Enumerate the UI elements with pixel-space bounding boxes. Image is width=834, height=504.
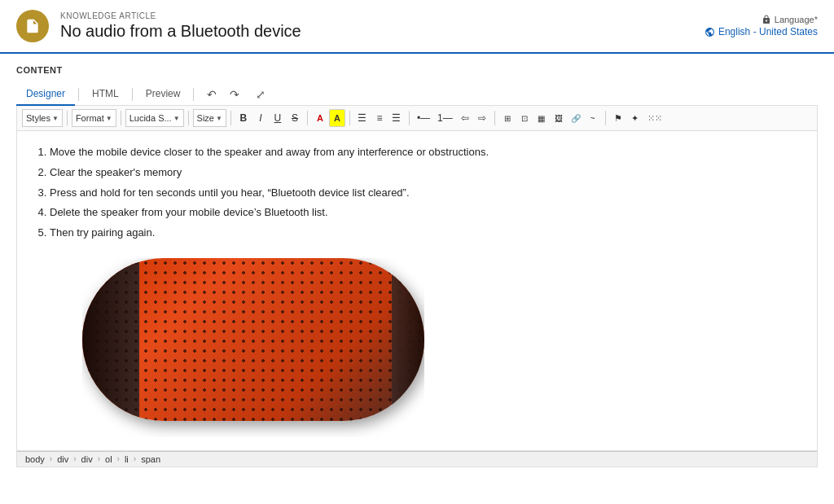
language-label: Language* [762,15,818,24]
insert-grid-button[interactable]: ▦ [533,109,550,127]
insert-group: ⊞ ⊡ ▦ 🖼 🔗 ~ [499,109,601,127]
article-icon [16,10,49,42]
underline-button[interactable]: U [270,109,286,127]
speaker-body [82,258,424,421]
styles-arrow: ▼ [52,115,59,122]
speaker-dots [82,258,424,421]
format-select[interactable]: Format ▼ [72,109,116,127]
insert-table2-button[interactable]: ⊡ [516,109,533,127]
editor-area[interactable]: Move the mobile device closer to the spe… [16,131,818,451]
status-tag-span[interactable]: span [141,454,160,464]
align-group: ☰ ≡ ☰ [354,109,405,127]
status-tag-div1[interactable]: div [57,454,68,464]
content-label: CONTENT [16,65,818,75]
font-arrow: ▼ [173,115,180,122]
color-group: A A [312,109,345,127]
tab-divider-2 [132,88,133,101]
status-bar: body › div › div › ol › li › span [16,451,818,467]
list-item: Press and hold for ten seconds until you… [50,185,801,202]
sep-5 [307,111,308,125]
article-type-label: KNOWLEDGE ARTICLE [60,11,705,20]
insert-link-button[interactable]: 🔗 [568,109,584,127]
italic-button[interactable]: I [252,109,269,127]
strikethrough-button[interactable]: S [287,109,303,127]
ordered-list-button[interactable]: 1— [434,109,456,127]
status-tag-div2[interactable]: div [81,454,93,464]
sep-6 [349,111,350,125]
header-right-panel: Language* English - United States [705,15,818,37]
sep-2 [121,111,121,125]
size-select[interactable]: Size ▼ [193,109,226,127]
bold-button[interactable]: B [235,109,252,127]
tab-preview[interactable]: Preview [136,83,191,106]
tab-designer[interactable]: Designer [16,83,75,106]
sparkle-button[interactable]: ✦ [627,109,643,127]
speaker-right-cap [392,258,424,421]
editor-content: Move the mobile device closer to the spe… [33,144,801,242]
sep-1 [67,111,68,125]
sep-3 [188,111,189,125]
undo-button[interactable]: ↶ [204,86,220,103]
font-select[interactable]: Lucida S... ▼ [125,109,184,127]
page-header: KNOWLEDGE ARTICLE No audio from a Blueto… [0,0,834,54]
size-group: Size ▼ [193,109,226,127]
size-arrow: ▼ [216,115,222,122]
list-group: •— 1— ⇦ ⇨ [414,109,490,127]
sep-4 [230,111,231,125]
insert-image-button[interactable]: 🖼 [551,109,567,127]
language-value[interactable]: English - United States [705,26,818,37]
font-group: Lucida S... ▼ [125,109,184,127]
outdent-button[interactable]: ⇦ [457,109,473,127]
insert-table-button[interactable]: ⊞ [499,109,516,127]
font-color-button[interactable]: A [312,109,328,127]
article-title: No audio from a Bluetooth device [60,22,705,41]
align-left-button[interactable]: ☰ [354,109,371,127]
tab-divider-1 [78,88,79,101]
settings-button[interactable]: ⁙⁙ [644,109,665,127]
list-item: Move the mobile device closer to the spe… [50,144,801,161]
align-right-button[interactable]: ☰ [388,109,405,127]
content-section: CONTENT Designer HTML Preview ↶ ↷ ⤢ Styl… [0,54,834,467]
sep-7 [409,111,410,125]
editor-tabs: Designer HTML Preview ↶ ↷ ⤢ [16,83,818,106]
format-group: Format ▼ [72,109,116,127]
tab-actions: ↶ ↷ ⤢ [204,86,269,103]
insert-symbol-button[interactable]: ~ [585,109,601,127]
speaker-image [82,258,424,437]
sep-8 [494,111,495,125]
redo-button[interactable]: ↷ [226,86,243,103]
flag-button[interactable]: ⚑ [610,109,626,127]
list-item: Clear the speaker's memory [50,164,801,182]
align-center-button[interactable]: ≡ [371,109,388,127]
status-tag-ol[interactable]: ol [105,454,112,464]
sep-9 [605,111,606,125]
instructions-list: Move the mobile device closer to the spe… [50,144,801,242]
header-text-group: KNOWLEDGE ARTICLE No audio from a Blueto… [60,11,705,41]
format-arrow: ▼ [106,115,112,122]
tab-divider-3 [193,88,194,101]
bg-color-button[interactable]: A [329,109,345,127]
expand-button[interactable]: ⤢ [252,86,269,103]
list-item: Delete the speaker from your mobile devi… [50,204,801,221]
unordered-list-button[interactable]: •— [414,109,433,127]
list-item: Then try pairing again. [50,225,801,242]
styles-select[interactable]: Styles ▼ [22,109,63,127]
status-tag-body[interactable]: body [25,454,45,464]
styles-group: Styles ▼ [22,109,63,127]
text-format-group: B I U S [235,109,303,127]
editor-toolbar: Styles ▼ Format ▼ Lucida S... ▼ Size ▼ [16,106,818,131]
status-tag-li[interactable]: li [125,454,129,464]
misc-group: ⚑ ✦ ⁙⁙ [610,109,665,127]
indent-button[interactable]: ⇨ [474,109,490,127]
tab-html[interactable]: HTML [82,83,129,106]
